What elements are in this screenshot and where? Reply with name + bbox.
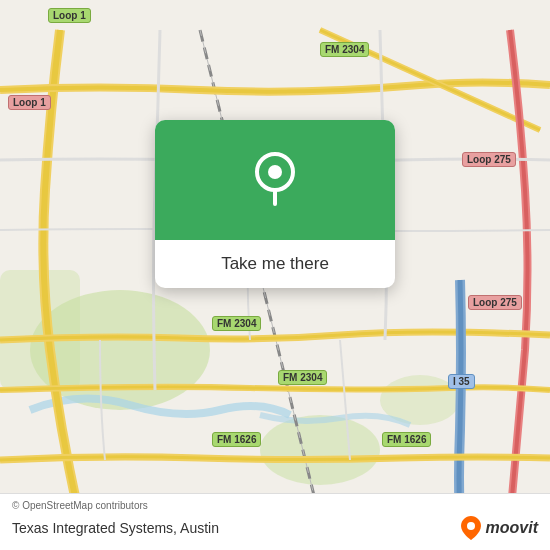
road-badge-loop1-left: Loop 1: [8, 95, 51, 110]
svg-point-7: [467, 522, 475, 530]
road-badge-i35: I 35: [448, 374, 475, 389]
svg-point-1: [260, 415, 380, 485]
road-badge-fm2304-mid: FM 2304: [212, 316, 261, 331]
road-badge-fm1626-right: FM 1626: [382, 432, 431, 447]
road-badge-loop275-top: Loop 275: [462, 152, 516, 167]
location-pin-icon: [250, 150, 300, 210]
road-badge-fm2304-top: FM 2304: [320, 42, 369, 57]
location-name: Texas Integrated Systems, Austin: [12, 520, 219, 536]
road-badge-fm1626-left: FM 1626: [212, 432, 261, 447]
moovit-text: moovit: [486, 519, 538, 537]
map-container: Loop 1 Loop 1 FM 2304 Loop 275 Loop 275 …: [0, 0, 550, 550]
road-badge-fm2304-mid2: FM 2304: [278, 370, 327, 385]
bottom-info: Texas Integrated Systems, Austin moovit: [12, 514, 538, 542]
road-badge-loop1-top: Loop 1: [48, 8, 91, 23]
location-popup: Take me there: [155, 120, 395, 288]
map-attribution: © OpenStreetMap contributors: [12, 500, 538, 511]
moovit-logo: moovit: [460, 514, 538, 542]
moovit-pin-icon: [460, 514, 482, 542]
bottom-bar: © OpenStreetMap contributors Texas Integ…: [0, 493, 550, 550]
svg-point-5: [268, 165, 282, 179]
take-me-there-button[interactable]: Take me there: [155, 240, 395, 288]
popup-header: [155, 120, 395, 240]
road-badge-loop275-mid: Loop 275: [468, 295, 522, 310]
